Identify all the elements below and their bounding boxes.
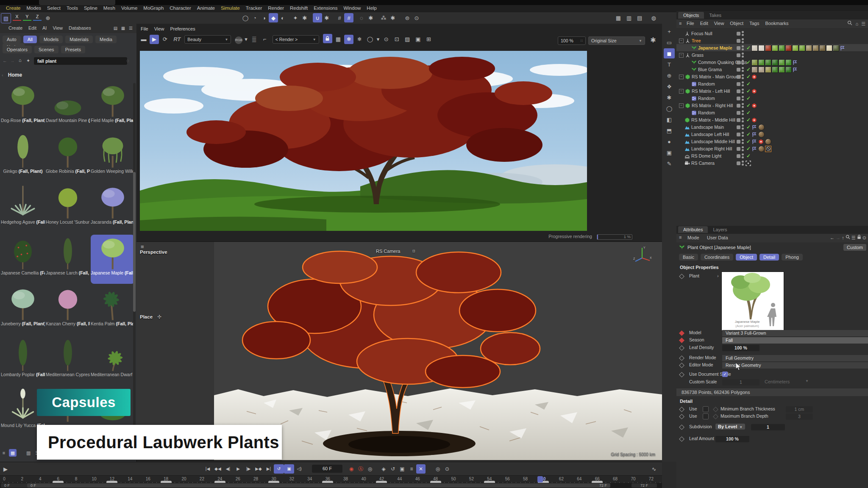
mirror-tool-icon[interactable]: ⁂ — [379, 13, 388, 22]
lock-icon[interactable] — [323, 34, 332, 43]
layer-color-box[interactable] — [737, 125, 740, 129]
solo-single-icon[interactable]: ⊙ — [442, 464, 452, 474]
object-row-landscape-middle-hill[interactable]: Landscape Middle Hill✓ — [676, 138, 868, 145]
om-menu-view[interactable]: View — [714, 21, 724, 26]
object-row-grass[interactable]: −Grass — [676, 51, 868, 58]
loop-icon[interactable]: ↺ — [274, 464, 284, 474]
channel-dropdown-icon[interactable]: ▾ — [244, 35, 248, 44]
zoom-value-field[interactable]: 100 %∷ — [558, 36, 586, 45]
next-frame-icon[interactable]: |▶ — [243, 464, 253, 474]
om-filter-icon[interactable]: ☰ — [861, 21, 865, 26]
symmetry-icon[interactable]: ⊜ — [403, 13, 412, 22]
att-chip-object[interactable]: Object — [736, 254, 757, 261]
menu-redshift[interactable]: Redshift — [290, 6, 308, 11]
key-rotation-icon[interactable]: ↺ — [388, 464, 398, 474]
expand-toggle[interactable]: − — [679, 75, 684, 79]
att-tab-attributes[interactable]: Attributes — [678, 226, 708, 233]
asset-item-kanzan-cherry[interactable]: Kanzan Cherry (Fall, Pl… — [46, 286, 90, 335]
enabled-check[interactable]: ✓ — [746, 131, 751, 137]
subdivision-field[interactable]: 1 — [751, 424, 785, 430]
visibility-dots[interactable] — [742, 139, 744, 145]
record-keyframe-icon[interactable]: ◉ — [347, 464, 356, 474]
asset-menu-edit[interactable]: Edit — [28, 25, 36, 30]
att-chip-phong[interactable]: Phong — [782, 254, 803, 261]
favorites-icon[interactable]: ✦ — [26, 58, 30, 64]
point-mode-icon[interactable]: ◔ — [250, 13, 259, 22]
menu-tools[interactable]: Tools — [67, 6, 78, 11]
visibility-dots[interactable] — [742, 67, 744, 73]
rgb-channel-icon[interactable]: RGB — [235, 36, 242, 44]
sound-icon[interactable]: ◁) — [294, 464, 304, 474]
material-chip[interactable] — [833, 45, 839, 51]
asset-item-field-maple[interactable]: Field Maple (Fall, Plant) — [91, 82, 135, 131]
solo-icon[interactable]: ◎ — [433, 464, 442, 474]
enabled-check[interactable]: ✓ — [746, 88, 751, 94]
att-chip-detail[interactable]: Detail — [760, 254, 779, 261]
om-menu-edit[interactable]: Edit — [700, 21, 708, 26]
object-row-blue-grama[interactable]: Blue Grama✓ — [676, 66, 868, 73]
layer-color-box[interactable] — [737, 75, 740, 79]
use-max-branch-checkbox[interactable] — [703, 413, 709, 419]
att-userdata-menu[interactable]: User Data — [707, 235, 728, 240]
axis-center-icon[interactable]: ⊙ — [412, 13, 421, 22]
material-chip[interactable] — [806, 45, 812, 51]
visibility-dots[interactable] — [742, 74, 744, 80]
visibility-dots[interactable] — [742, 110, 744, 116]
menu-render[interactable]: Render — [268, 6, 284, 11]
layer-color-box[interactable] — [737, 111, 740, 115]
menu-volume[interactable]: Volume — [121, 6, 137, 11]
object-row-random[interactable]: Random✓ — [676, 80, 868, 87]
att-chip-basic[interactable]: Basic — [679, 254, 698, 261]
material-sphere-chip[interactable] — [758, 124, 765, 130]
render-mode-select[interactable]: Full Geometry — [722, 355, 868, 361]
object-row-focus-null[interactable]: Focus Null — [676, 30, 868, 37]
material-chip[interactable] — [792, 45, 798, 51]
material-chip[interactable] — [751, 67, 758, 73]
grid-snap-icon[interactable]: # — [335, 13, 344, 22]
visibility-dots[interactable] — [742, 52, 744, 58]
render-picture-viewer-icon[interactable]: ▥ — [624, 13, 634, 22]
clear-search-icon[interactable]: ◌ — [126, 58, 129, 63]
filter-materials[interactable]: Materials — [65, 36, 93, 43]
renderview-menu-file[interactable]: File — [141, 26, 148, 31]
object-row-rs-matrix-right-hill[interactable]: −RS Matrix - Right Hill✓ — [676, 102, 868, 109]
next-key-icon[interactable]: ▶◆ — [253, 464, 264, 474]
frame-icon[interactable]: ▣ — [664, 147, 675, 158]
material-chip[interactable] — [772, 45, 778, 51]
leaf-amount-field[interactable]: 100 % — [715, 436, 749, 442]
asset-menu-icon[interactable]: ☰ — [128, 25, 134, 31]
asset-item-juneberry[interactable]: Juneberry (Fall, Plant) — [1, 286, 45, 335]
camera-icon[interactable]: ⌑ — [413, 249, 415, 254]
layer-color-box[interactable] — [737, 133, 740, 136]
viewport-camera-label[interactable]: RS Camera — [376, 249, 400, 254]
material-chip[interactable] — [758, 59, 765, 66]
pen-icon[interactable]: ✎ — [664, 158, 675, 169]
grid-icon[interactable]: ▦ — [334, 35, 343, 44]
uv-mode-icon[interactable]: ◐ — [278, 13, 287, 22]
enabled-check[interactable]: ✓ — [746, 124, 751, 130]
visibility-dots[interactable] — [742, 131, 744, 138]
axis-y-button[interactable]: Y — [23, 14, 31, 21]
material-sphere-chip[interactable] — [758, 146, 765, 152]
enabled-check[interactable]: ✓ — [746, 103, 751, 108]
cluster-icon[interactable]: ❖ — [664, 81, 675, 92]
visibility-dots[interactable] — [742, 45, 744, 51]
visibility-dots[interactable] — [742, 95, 744, 102]
material-chip[interactable] — [779, 67, 785, 73]
enabled-check[interactable]: ✓ — [746, 146, 751, 152]
filter-operators[interactable]: Operators — [3, 46, 32, 53]
om-burger-icon[interactable]: ≡ — [679, 21, 682, 26]
coordinate-system-icon[interactable]: ⊕ — [43, 13, 53, 22]
layer-color-box[interactable] — [737, 68, 740, 72]
material-chip[interactable] — [765, 67, 771, 73]
filter-scenes[interactable]: Scenes — [34, 46, 58, 53]
filter-media[interactable]: Media — [95, 36, 117, 43]
att-search-icon[interactable] — [846, 235, 850, 240]
snapshot-icon[interactable]: ❄ — [344, 35, 353, 44]
plane-tool-icon[interactable]: ▭ — [664, 37, 675, 47]
prev-frame-icon[interactable]: ◀| — [223, 464, 233, 474]
asset-item-japanese-maple[interactable]: Japanese Maple (Fall, … — [91, 235, 135, 284]
use-min-branch-checkbox[interactable] — [703, 406, 709, 412]
layer-color-box[interactable] — [737, 82, 740, 86]
material-chip[interactable] — [765, 45, 771, 51]
